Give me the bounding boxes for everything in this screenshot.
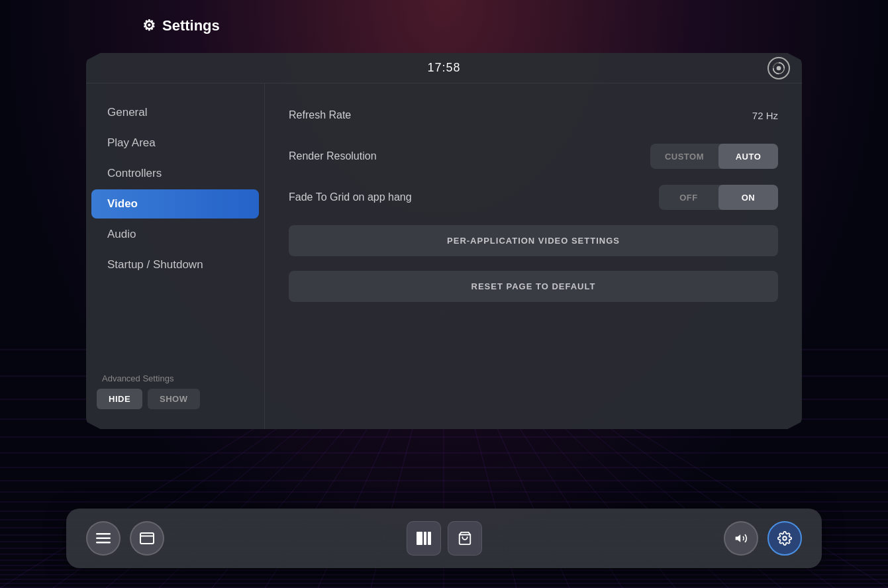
hide-show-buttons: HIDE SHOW <box>97 389 254 409</box>
taskbar-menu-button[interactable] <box>86 521 121 556</box>
settings-gear-icon: ⚙ <box>142 17 156 34</box>
taskbar-left <box>86 521 164 556</box>
svg-marker-52 <box>736 534 741 542</box>
per-app-video-button[interactable]: PER-APPLICATION VIDEO SETTINGS <box>289 225 778 256</box>
taskbar <box>66 509 822 568</box>
fade-to-grid-off[interactable]: OFF <box>659 185 718 210</box>
render-resolution-auto[interactable]: AUTO <box>718 144 778 169</box>
render-resolution-toggle: CUSTOM AUTO <box>650 144 778 169</box>
refresh-rate-value: 72 Hz <box>752 110 778 121</box>
svg-rect-43 <box>96 533 111 535</box>
render-resolution-label: Render Resolution <box>289 150 377 162</box>
content-area: Refresh Rate 72 Hz Render Resolution CUS… <box>265 83 802 429</box>
fade-to-grid-on[interactable]: ON <box>718 185 778 210</box>
taskbar-right <box>724 521 802 556</box>
sidebar-item-controllers[interactable]: Controllers <box>91 159 259 188</box>
render-resolution-custom[interactable]: CUSTOM <box>650 144 718 169</box>
svg-point-42 <box>777 66 781 70</box>
taskbar-center <box>407 521 482 556</box>
taskbar-volume-button[interactable] <box>724 521 758 556</box>
render-resolution-row: Render Resolution CUSTOM AUTO <box>289 143 778 170</box>
fade-to-grid-label: Fade To Grid on app hang <box>289 191 412 203</box>
svg-rect-45 <box>96 542 111 544</box>
svg-point-53 <box>783 536 787 540</box>
settings-title-area: ⚙ Settings <box>142 17 220 34</box>
main-panel: 17:58 General Play Area Cont <box>86 53 802 429</box>
svg-rect-50 <box>428 532 431 545</box>
header-bar: 17:58 <box>86 53 802 83</box>
taskbar-window-button[interactable] <box>130 521 164 556</box>
sidebar-nav: General Play Area Controllers Video Audi… <box>86 97 264 363</box>
advanced-settings-label: Advanced Settings <box>97 373 254 383</box>
clock-display: 17:58 <box>427 61 460 75</box>
fade-to-grid-toggle: OFF ON <box>659 185 778 210</box>
sidebar-item-play-area[interactable]: Play Area <box>91 128 259 158</box>
hide-button[interactable]: HIDE <box>97 389 142 409</box>
sidebar-item-audio[interactable]: Audio <box>91 220 259 249</box>
fade-to-grid-row: Fade To Grid on app hang OFF ON <box>289 184 778 211</box>
reset-page-button[interactable]: RESET PAGE TO DEFAULT <box>289 271 778 302</box>
settings-title-label: Settings <box>162 17 220 34</box>
show-button[interactable]: SHOW <box>148 389 199 409</box>
svg-rect-44 <box>96 538 111 540</box>
sidebar-item-general[interactable]: General <box>91 98 259 127</box>
taskbar-store-button[interactable] <box>448 521 482 556</box>
svg-rect-48 <box>417 532 422 545</box>
sidebar-footer: Advanced Settings HIDE SHOW <box>86 363 264 416</box>
sidebar-item-startup-shutdown[interactable]: Startup / Shutdown <box>91 250 259 279</box>
taskbar-settings-button[interactable] <box>767 521 802 556</box>
svg-rect-49 <box>424 532 426 545</box>
sidebar-item-video[interactable]: Video <box>91 189 259 219</box>
steam-button[interactable] <box>767 57 790 79</box>
sidebar: General Play Area Controllers Video Audi… <box>86 83 265 429</box>
panel-body: General Play Area Controllers Video Audi… <box>86 83 802 429</box>
svg-rect-46 <box>140 533 154 544</box>
taskbar-library-button[interactable] <box>407 521 441 556</box>
refresh-rate-label: Refresh Rate <box>289 109 351 121</box>
refresh-rate-row: Refresh Rate 72 Hz <box>289 102 778 128</box>
